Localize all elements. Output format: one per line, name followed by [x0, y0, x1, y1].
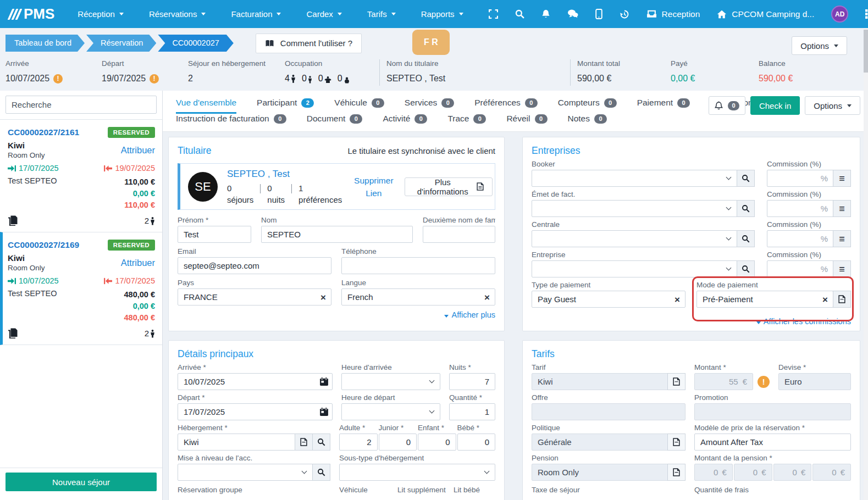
- adults-field[interactable]: [339, 434, 378, 451]
- invoice-issuer-select[interactable]: [532, 200, 737, 217]
- search-input[interactable]: [5, 96, 157, 114]
- clear-icon[interactable]: ×: [484, 292, 490, 302]
- tab-activite[interactable]: Activité0: [383, 114, 427, 130]
- departure-date-field[interactable]: [178, 403, 333, 420]
- company-search-button[interactable]: [737, 260, 755, 277]
- stay-number-link[interactable]: CC00002027/2161: [8, 127, 79, 137]
- chat-icon[interactable]: [567, 9, 578, 19]
- accommodation-document-button[interactable]: [295, 434, 313, 451]
- notifications-bell-icon[interactable]: [541, 9, 550, 19]
- commission-menu-button[interactable]: ≡: [833, 200, 851, 217]
- reception-station-button[interactable]: Reception: [646, 9, 700, 19]
- app-logo[interactable]: PMS: [10, 5, 54, 23]
- payment-mode-field[interactable]: [696, 291, 833, 308]
- show-more-link[interactable]: Afficher plus: [178, 310, 495, 319]
- fullscreen-icon[interactable]: [489, 9, 498, 19]
- central-search-button[interactable]: [737, 230, 755, 247]
- tabs-options-button[interactable]: Options: [805, 96, 860, 115]
- user-avatar[interactable]: AD: [831, 5, 848, 23]
- scrollbar[interactable]: [864, 28, 868, 500]
- issuer-commission-field[interactable]: %: [767, 200, 833, 217]
- subtype-select[interactable]: [339, 464, 495, 481]
- clear-icon[interactable]: ×: [822, 295, 828, 304]
- tab-notes[interactable]: Notes0: [568, 114, 607, 130]
- departure-time-select[interactable]: [341, 403, 440, 420]
- stay-number-link[interactable]: CC00002027/2169: [8, 240, 79, 250]
- property-selector[interactable]: CPCOM Camping d...: [717, 9, 814, 19]
- email-field[interactable]: [178, 257, 331, 274]
- payment-type-field[interactable]: [532, 291, 685, 308]
- board-document-button[interactable]: [667, 464, 685, 481]
- tab-reveil[interactable]: Réveil0: [506, 114, 547, 130]
- assign-link[interactable]: Attribuer: [121, 258, 155, 268]
- rate-document-button[interactable]: [667, 373, 685, 390]
- menu-cardex[interactable]: Cardex: [306, 9, 341, 19]
- company-commission-field[interactable]: %: [767, 260, 833, 277]
- tab-preferences[interactable]: Préférences0: [474, 98, 538, 114]
- last-name-field[interactable]: [261, 226, 413, 243]
- booker-commission-field[interactable]: %: [767, 170, 833, 187]
- tab-document[interactable]: Document0: [307, 114, 363, 130]
- menu-tarifs[interactable]: Tarifs: [367, 9, 396, 19]
- breadcrumb-reservation[interactable]: Réservation: [86, 35, 156, 52]
- commission-menu-button[interactable]: ≡: [833, 230, 851, 247]
- clear-icon[interactable]: ×: [320, 292, 326, 302]
- breadcrumb-dashboard[interactable]: Tableau de bord: [5, 35, 85, 52]
- show-commissions-link[interactable]: Afficher les commissions: [532, 317, 851, 326]
- accommodation-search-button[interactable]: [312, 434, 330, 451]
- scrollbar-thumb[interactable]: [864, 30, 868, 73]
- commission-menu-button[interactable]: ≡: [833, 260, 851, 277]
- invoice-issuer-search-button[interactable]: [737, 200, 755, 217]
- apps-grid-icon[interactable]: [865, 9, 868, 19]
- nights-field[interactable]: [449, 373, 495, 390]
- tab-participant[interactable]: Participant2: [257, 98, 314, 114]
- breadcrumb-reservation-number[interactable]: CC00002027: [158, 35, 233, 52]
- tab-vue-densemble[interactable]: Vue d'ensemble: [176, 98, 236, 114]
- menu-reception[interactable]: Réception: [78, 9, 124, 19]
- booker-select[interactable]: [532, 170, 737, 187]
- language-field[interactable]: [341, 288, 495, 305]
- price-model-field[interactable]: Amount After Tax: [694, 434, 851, 451]
- tab-trace[interactable]: Trace0: [447, 114, 486, 130]
- tab-compteurs[interactable]: Compteurs0: [558, 98, 617, 114]
- phone-field[interactable]: [341, 257, 495, 274]
- first-name-field[interactable]: [178, 226, 251, 243]
- central-commission-field[interactable]: %: [767, 230, 833, 247]
- calendar-icon[interactable]: [319, 407, 329, 416]
- payment-mode-document-button[interactable]: [833, 291, 851, 308]
- check-in-button[interactable]: Check in: [750, 96, 800, 115]
- more-info-button[interactable]: Plus d'informations: [405, 177, 493, 196]
- upgrade-select[interactable]: [178, 464, 313, 481]
- booker-search-button[interactable]: [737, 170, 755, 187]
- search-icon[interactable]: [515, 9, 524, 19]
- upgrade-search-button[interactable]: [312, 464, 330, 481]
- juniors-field[interactable]: [379, 434, 417, 451]
- menu-rapports[interactable]: Rapports: [421, 9, 463, 19]
- quantity-field[interactable]: [449, 403, 495, 420]
- copy-icon[interactable]: [8, 215, 18, 226]
- menu-facturation[interactable]: Facturation: [231, 9, 281, 19]
- how-to-use-button[interactable]: Comment l'utiliser ?: [256, 34, 362, 53]
- alerts-bell-button[interactable]: 0: [709, 96, 745, 115]
- copy-icon[interactable]: [8, 328, 18, 338]
- tab-instruction-facturation[interactable]: Instruction de facturation0: [176, 114, 286, 130]
- babies-field[interactable]: [457, 434, 496, 451]
- tab-paiement[interactable]: Paiement0: [637, 98, 690, 114]
- clear-icon[interactable]: ×: [675, 295, 680, 304]
- menu-reservations[interactable]: Réservations: [149, 9, 206, 19]
- tab-services[interactable]: Services0: [405, 98, 454, 114]
- stay-card[interactable]: CC00002027/2161 RESERVED Kiwi Room Only …: [0, 119, 162, 232]
- remove-link-button[interactable]: Supprimer Lien: [351, 174, 396, 199]
- assign-link[interactable]: Attribuer: [121, 145, 155, 155]
- mobile-device-icon[interactable]: [595, 9, 602, 19]
- tab-vehicule[interactable]: Véhicule0: [334, 98, 384, 114]
- commission-menu-button[interactable]: ≡: [833, 170, 851, 187]
- history-icon[interactable]: [620, 9, 629, 19]
- central-select[interactable]: [532, 230, 737, 247]
- arrival-date-field[interactable]: [178, 373, 333, 390]
- header-options-button[interactable]: Options: [792, 36, 847, 55]
- children-field[interactable]: [418, 434, 456, 451]
- policy-document-button[interactable]: [667, 434, 685, 451]
- middle-name-field[interactable]: [423, 226, 495, 243]
- accommodation-field[interactable]: Kiwi: [178, 434, 295, 451]
